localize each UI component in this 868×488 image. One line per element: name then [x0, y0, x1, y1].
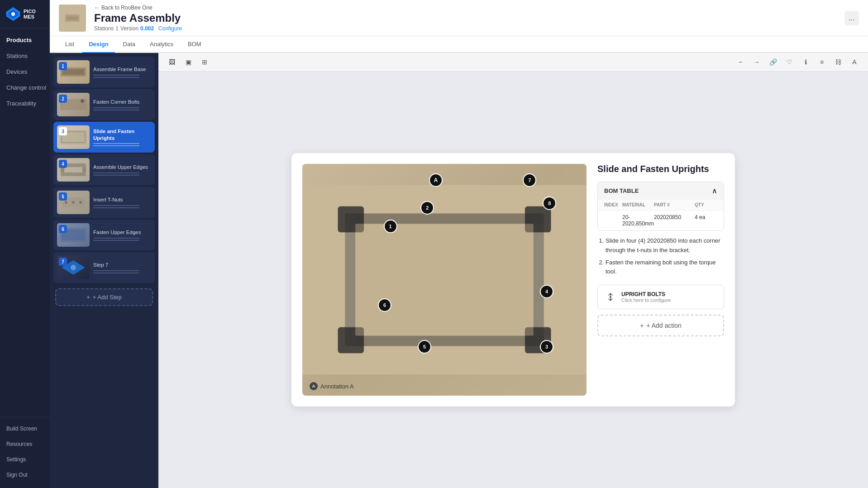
instruction-1: Slide in four (4) 202020850 into each co…	[606, 236, 724, 255]
sidebar-bottom: Build Screen Resources Settings Sign Out	[0, 417, 50, 488]
bom-table-columns: INDEX MATERIAL PART # QTY	[598, 200, 724, 211]
step-2-thumbnail: 2	[57, 93, 90, 116]
svg-point-18	[72, 201, 75, 204]
svg-rect-27	[345, 213, 355, 346]
svg-rect-33	[355, 224, 534, 335]
bom-col-qty: QTY	[695, 202, 717, 207]
version-value[interactable]: 0.002	[140, 25, 154, 32]
info-button[interactable]: ℹ	[799, 56, 812, 68]
step-card-7[interactable]: 7 Step 7	[53, 252, 155, 283]
action-card[interactable]: UPRIGHT BOLTS Click here to configure	[597, 285, 724, 309]
step-7-number: 7	[59, 258, 67, 266]
insert-image-button[interactable]: 🖼	[166, 56, 178, 68]
arrow-button[interactable]: →	[750, 56, 763, 68]
step-right-panel: Slide and Fasten Uprights BOM TABLE ∧ IN…	[597, 164, 724, 396]
video-icon: ▣	[186, 58, 191, 66]
sidebar-item-products[interactable]: Products	[0, 32, 50, 48]
step-6-label: Fasten Upper Edges	[93, 229, 151, 236]
chain-icon: ⛓	[835, 58, 841, 66]
svg-point-17	[65, 201, 67, 204]
link-button[interactable]: 🔗	[767, 56, 779, 68]
step-card-3[interactable]: 3 Slide and Fasten Uprights	[53, 122, 155, 153]
insert-video-button[interactable]: ▣	[182, 56, 195, 68]
svg-point-23	[71, 265, 76, 270]
step-card-5[interactable]: 5 Insert T-Nuts	[53, 187, 155, 218]
tabs-bar: List Design Data Analytics BOM	[50, 36, 868, 53]
sidebar-item-sign-out[interactable]: Sign Out	[0, 467, 50, 483]
tab-analytics[interactable]: Analytics	[143, 36, 180, 53]
tab-bom[interactable]: BOM	[181, 36, 208, 53]
tab-list[interactable]: List	[59, 36, 81, 53]
step-instructions: Slide in four (4) 202020850 into each co…	[597, 236, 724, 279]
step-7-label: Step 7	[93, 262, 151, 268]
annotation-7: 7	[523, 173, 536, 187]
annotation-5: 5	[418, 340, 431, 354]
back-button[interactable]: ← Back to RooBee One	[94, 5, 836, 11]
add-step-button[interactable]: + + Add Step	[55, 288, 153, 306]
back-arrow-icon: ←	[94, 5, 100, 11]
action-icon	[604, 291, 617, 303]
step-5-label: Insert T-Nuts	[93, 196, 151, 203]
design-area: 🖼 ▣ ⊞ − → 🔗 ♡	[158, 53, 868, 488]
pin-icon: ♡	[787, 58, 792, 66]
step-card-6[interactable]: 6 Fasten Upper Edges	[53, 220, 155, 250]
svg-point-19	[79, 201, 82, 204]
tab-data[interactable]: Data	[117, 36, 142, 53]
step-detail-title: Slide and Fasten Uprights	[597, 164, 724, 174]
step-7-info: Step 7	[93, 262, 151, 273]
list-button[interactable]: ≡	[816, 56, 828, 68]
sidebar-item-change-control[interactable]: Change control	[0, 80, 50, 96]
step-1-thumbnail: 1	[57, 60, 90, 84]
step-1-label: Assemble Frame Base	[93, 66, 151, 73]
step-6-number: 6	[59, 225, 67, 233]
content-area: 1 Assemble Frame Base 2	[50, 53, 868, 488]
step-card-2[interactable]: 2 Fasten Corner Bolts	[53, 89, 155, 120]
step-6-thumbnail: 6	[57, 223, 90, 247]
svg-rect-15	[82, 167, 86, 172]
bom-table-header[interactable]: BOM TABLE ∧	[598, 182, 724, 200]
zoom-out-icon: −	[739, 58, 742, 66]
step-card-4[interactable]: 4 Assemble Upper Edges	[53, 154, 155, 185]
page-title: Frame Assembly	[94, 12, 836, 24]
svg-rect-28	[534, 213, 544, 346]
text-button[interactable]: A	[848, 56, 861, 68]
annotation-label: A Annotation A	[310, 382, 354, 390]
bom-row-part: 202020850	[654, 214, 695, 227]
instruction-2: Fasten the remaining bolt using the torq…	[606, 258, 724, 277]
text-icon: A	[852, 58, 856, 66]
tab-design[interactable]: Design	[82, 36, 114, 53]
bom-collapse-icon: ∧	[712, 187, 717, 195]
step-card-1[interactable]: 1 Assemble Frame Base	[53, 57, 155, 87]
configure-link[interactable]: Configure	[158, 25, 182, 32]
step-detail-body: A 1 2 7 8 6 5 4 3 A	[302, 164, 724, 396]
steps-panel: 1 Assemble Frame Base 2	[50, 53, 158, 488]
action-card-title: UPRIGHT BOLTS	[621, 291, 717, 297]
product-thumbnail	[59, 5, 86, 32]
stations-count: 1	[115, 25, 119, 32]
insert-table-button[interactable]: ⊞	[198, 56, 211, 68]
sidebar-item-devices[interactable]: Devices	[0, 64, 50, 80]
sidebar: PICOMES Products Stations Devices Change…	[0, 0, 50, 488]
step-1-info: Assemble Frame Base	[93, 66, 151, 78]
bom-col-index: INDEX	[604, 202, 622, 207]
action-card-subtitle[interactable]: Click here to configure	[621, 297, 717, 303]
add-action-plus-icon: +	[640, 322, 644, 329]
pin-button[interactable]: ♡	[783, 56, 796, 68]
chain-button[interactable]: ⛓	[832, 56, 844, 68]
sidebar-item-build-screen[interactable]: Build Screen	[0, 421, 50, 436]
header: ← Back to RooBee One Frame Assembly Stat…	[50, 0, 868, 36]
logo: PICOMES	[0, 0, 50, 29]
svg-rect-4	[67, 16, 78, 20]
stations-label: Stations	[94, 25, 114, 32]
sidebar-item-traceability[interactable]: Traceability	[0, 96, 50, 111]
annotation-3: 3	[540, 340, 553, 354]
sidebar-item-stations[interactable]: Stations	[0, 48, 50, 64]
zoom-out-button[interactable]: −	[734, 56, 747, 68]
step-2-number: 2	[59, 95, 67, 103]
sidebar-item-resources[interactable]: Resources	[0, 436, 50, 452]
more-options-button[interactable]: ...	[844, 11, 859, 25]
info-icon: ℹ	[805, 58, 807, 66]
sidebar-item-settings[interactable]: Settings	[0, 452, 50, 467]
add-action-button[interactable]: + + Add action	[597, 315, 724, 336]
annotation-2: 2	[420, 201, 434, 215]
